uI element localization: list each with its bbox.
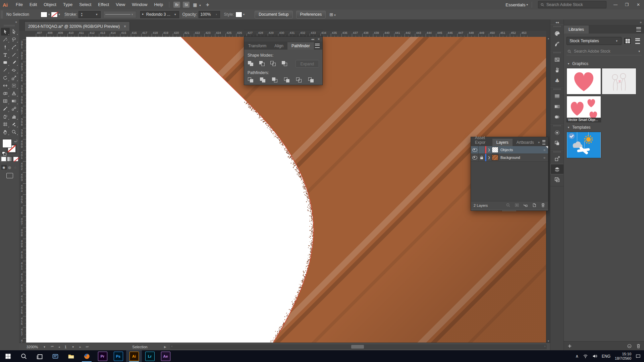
- taskbar-task-view-icon[interactable]: [32, 350, 47, 362]
- opacity-label[interactable]: Opacity:: [182, 12, 197, 17]
- chevron-down-icon[interactable]: ▾: [72, 345, 74, 349]
- document-setup-button[interactable]: Document Setup: [255, 11, 292, 18]
- fill-color-well[interactable]: [2, 139, 12, 148]
- tab-pathfinder[interactable]: Pathfinder: [287, 42, 314, 50]
- taskbar-start-icon[interactable]: [0, 350, 16, 362]
- default-fill-stroke-icon[interactable]: [2, 152, 6, 155]
- divide-button[interactable]: [248, 77, 255, 83]
- fill-swatch[interactable]: [41, 12, 47, 17]
- taskbar-premiere-icon[interactable]: Pr: [95, 350, 110, 362]
- tab-transform[interactable]: Transform: [244, 42, 270, 50]
- delete-icon[interactable]: [636, 344, 641, 349]
- hand-tool[interactable]: [1, 128, 10, 136]
- dock-color-icon[interactable]: [550, 28, 564, 39]
- taskbar-search-icon[interactable]: [16, 350, 32, 362]
- paintbrush-tool[interactable]: [10, 59, 18, 66]
- minus-front-button[interactable]: [259, 61, 266, 67]
- crop-button[interactable]: [284, 77, 291, 83]
- collapse-panel-icon[interactable]: «: [0, 19, 19, 24]
- chevron-down-icon[interactable]: ▾: [243, 13, 245, 16]
- preferences-button[interactable]: Preferences: [296, 11, 326, 18]
- dock-brushes-icon[interactable]: [550, 65, 564, 75]
- scroll-right-icon[interactable]: ›: [544, 345, 545, 348]
- layer-target-icon[interactable]: ○: [543, 148, 545, 152]
- close-button[interactable]: ✕: [633, 1, 644, 8]
- stroke-weight-field[interactable]: ▲▼ ▾: [78, 11, 100, 18]
- layer-row-objects[interactable]: ❯Objects○: [471, 146, 548, 154]
- dock-color-guide-icon[interactable]: [550, 39, 564, 49]
- brush-definition-dropdown[interactable]: • Redondo 3 ... ▾: [140, 11, 179, 18]
- locate-icon[interactable]: [506, 203, 511, 208]
- dock-artboards-icon[interactable]: [550, 174, 564, 185]
- draw-behind-button[interactable]: ◎: [7, 165, 12, 170]
- scroll-up-icon[interactable]: ▴: [548, 37, 549, 40]
- status-flyout-icon[interactable]: ▶: [164, 345, 166, 349]
- rotate-tool[interactable]: [1, 74, 10, 82]
- curvature-tool[interactable]: [10, 43, 18, 51]
- lock-icon[interactable]: [479, 146, 485, 154]
- visibility-eye-icon[interactable]: [471, 154, 479, 161]
- width-tool[interactable]: [1, 82, 10, 89]
- selection-tool[interactable]: [1, 28, 10, 36]
- artboard-tool[interactable]: [1, 120, 10, 128]
- menu-object[interactable]: Object: [40, 0, 60, 9]
- swap-fill-stroke-icon[interactable]: ⤾: [14, 139, 17, 143]
- mesh-tool[interactable]: [1, 97, 10, 105]
- expand-layer-icon[interactable]: ❯: [486, 148, 492, 152]
- language-indicator[interactable]: ENG: [602, 354, 610, 359]
- ruler-origin-corner[interactable]: [19, 31, 26, 37]
- new-layer-icon[interactable]: [532, 203, 537, 208]
- dock-appearance-icon[interactable]: [550, 127, 564, 138]
- action-center-icon[interactable]: [636, 354, 641, 359]
- taskbar-lightroom-icon[interactable]: Lr: [142, 350, 158, 362]
- dock-asset-export-icon[interactable]: [550, 154, 564, 164]
- direct-selection-tool[interactable]: [10, 28, 18, 36]
- outline-button[interactable]: [296, 77, 303, 83]
- free-transform-tool[interactable]: [10, 82, 18, 89]
- variable-width-profile-dropdown[interactable]: ▾: [103, 11, 136, 18]
- menu-window[interactable]: Window: [128, 0, 151, 9]
- library-item-heart[interactable]: [567, 68, 601, 95]
- column-graph-tool[interactable]: [10, 113, 18, 120]
- close-tab-icon[interactable]: ×: [124, 24, 126, 29]
- dock-swatches-icon[interactable]: [550, 54, 564, 65]
- exclude-button[interactable]: [281, 61, 288, 67]
- dock-layers-icon[interactable]: [550, 164, 564, 174]
- line-segment-tool[interactable]: [10, 51, 18, 59]
- layer-target-icon[interactable]: ○: [543, 156, 545, 160]
- dock-symbols-icon[interactable]: ♣: [550, 75, 564, 85]
- horizontal-scrollbar[interactable]: ‹ ›: [170, 344, 547, 349]
- intersect-button[interactable]: [270, 61, 277, 67]
- panel-menu-icon[interactable]: [636, 27, 641, 32]
- first-artboard-icon[interactable]: ⏮: [51, 345, 54, 349]
- add-content-icon[interactable]: [567, 344, 572, 349]
- expand-layer-icon[interactable]: ❯: [486, 156, 492, 159]
- show-hidden-icons[interactable]: ∧: [576, 354, 579, 359]
- dock-stroke-icon[interactable]: [550, 91, 564, 101]
- scrollbar-thumb[interactable]: [351, 345, 364, 349]
- close-panel-icon[interactable]: ✕: [317, 38, 320, 41]
- tab-libraries[interactable]: Libraries: [564, 25, 589, 34]
- templates-section-header[interactable]: ▼ Templates: [564, 122, 644, 132]
- menu-effect[interactable]: Effect: [95, 0, 112, 9]
- lock-icon[interactable]: [479, 154, 485, 161]
- draw-inside-button[interactable]: ◌: [13, 165, 18, 170]
- library-item-couple-sketch[interactable]: [602, 68, 636, 95]
- screen-mode-button[interactable]: [6, 173, 13, 178]
- layer-thumbnail[interactable]: [492, 155, 498, 161]
- taskbar-after-effects-icon[interactable]: Ae: [158, 350, 173, 362]
- taskbar-file-explorer-icon[interactable]: [63, 350, 79, 362]
- pen-tool[interactable]: [1, 43, 10, 51]
- restore-button[interactable]: ❐: [621, 1, 633, 8]
- tab-asset-expor[interactable]: Asset Expor: [471, 134, 492, 146]
- gradient-mode-button[interactable]: [7, 157, 12, 162]
- merge-button[interactable]: [272, 77, 279, 83]
- color-mode-button[interactable]: [1, 157, 6, 162]
- menu-file[interactable]: File: [12, 0, 26, 9]
- align-options-icon[interactable]: ⊞▾: [329, 12, 336, 17]
- collapse-panel-icon[interactable]: ◂◂: [311, 38, 314, 41]
- next-artboard-icon[interactable]: ▸: [79, 345, 81, 349]
- shape-builder-tool[interactable]: [1, 89, 10, 97]
- library-search-input[interactable]: Search Adobe Stock ▾: [567, 48, 642, 55]
- taskbar-illustrator-icon[interactable]: Ai: [126, 350, 142, 362]
